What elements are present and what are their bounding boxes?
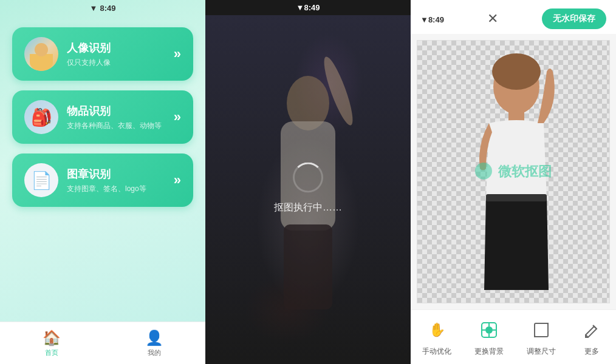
status-bar-result: ▼ 8:49 <box>420 12 444 27</box>
card-object-title: 物品识别 <box>67 104 165 118</box>
card-stamp-title: 图章识别 <box>67 167 165 181</box>
card-stamp[interactable]: 📄 图章识别 支持图章、签名、logo等 » <box>12 153 193 207</box>
wifi-icon-result: ▼ <box>420 15 428 24</box>
loading-spinner <box>293 163 323 193</box>
panel-home: ▼ 8:49 人像识别 仅只支持人像 » 🎒 物品识别 支持各种商品、衣服、动物… <box>0 0 205 364</box>
card-stamp-arrow: » <box>174 172 181 188</box>
tool-background[interactable]: 更换背景 <box>474 317 504 357</box>
card-portrait-arrow: » <box>174 46 181 62</box>
wifi-icon-processing: ▼ <box>296 3 304 12</box>
tool-more-label: 更多 <box>584 346 599 357</box>
save-watermark-button[interactable]: 无水印保存 <box>542 8 606 29</box>
result-image-area: 微软抠图 <box>411 34 616 309</box>
svg-rect-10 <box>535 323 548 337</box>
home-icon: 🏠 <box>43 329 61 346</box>
svg-rect-7 <box>486 194 547 201</box>
tool-more[interactable]: 更多 <box>579 317 604 357</box>
processing-text: 抠图执行中…… <box>274 201 342 214</box>
card-object-text: 物品识别 支持各种商品、衣服、动物等 <box>67 104 165 131</box>
person-cutout-svg <box>453 53 574 290</box>
tool-resize-label: 调整尺寸 <box>527 346 556 357</box>
time-home: 8:49 <box>100 4 115 13</box>
menu-cards: 人像识别 仅只支持人像 » 🎒 物品识别 支持各种商品、衣服、动物等 » 📄 图… <box>12 27 193 207</box>
card-object-subtitle: 支持各种商品、衣服、动物等 <box>67 121 165 131</box>
processing-image: 抠图执行中…… <box>205 15 411 361</box>
card-portrait-subtitle: 仅只支持人像 <box>67 58 165 68</box>
hand-icon: ✋ <box>424 317 450 343</box>
svg-point-9 <box>485 326 493 334</box>
card-object[interactable]: 🎒 物品识别 支持各种商品、衣服、动物等 » <box>12 90 193 144</box>
card-portrait-title: 人像识别 <box>67 41 165 55</box>
nav-home[interactable]: 🏠 首页 <box>43 329 61 357</box>
bottom-nav: 🏠 首页 👤 我的 <box>0 322 205 364</box>
thumb-object: 🎒 <box>24 100 58 134</box>
result-toolbar: ✋ 手动优化 更换背景 调整尺寸 <box>411 309 616 364</box>
card-object-arrow: » <box>174 109 181 125</box>
wifi-icon: ▼ <box>90 4 98 13</box>
result-person: 微软抠图 <box>450 50 577 293</box>
tool-resize[interactable]: 调整尺寸 <box>527 317 556 357</box>
panel-processing: ▼ 8:49 抠图执行中…… <box>205 0 411 364</box>
more-icon <box>579 317 604 343</box>
spinner-container: 抠图执行中…… <box>274 163 342 214</box>
nav-profile[interactable]: 👤 我的 <box>145 329 163 357</box>
svg-point-5 <box>492 53 541 90</box>
tool-manual[interactable]: ✋ 手动优化 <box>422 317 451 357</box>
thumb-portrait <box>24 37 58 71</box>
background-icon <box>476 317 502 343</box>
time-result: 8:49 <box>428 15 444 24</box>
status-bar-home: ▼ 8:49 <box>12 0 193 15</box>
profile-icon: 👤 <box>145 329 163 346</box>
tool-manual-label: 手动优化 <box>422 346 451 357</box>
card-stamp-text: 图章识别 支持图章、签名、logo等 <box>67 167 165 194</box>
card-portrait-text: 人像识别 仅只支持人像 <box>67 41 165 68</box>
card-stamp-subtitle: 支持图章、签名、logo等 <box>67 184 165 194</box>
status-bar-processing: ▼ 8:49 <box>205 0 411 15</box>
svg-rect-2 <box>284 224 332 309</box>
time-processing: 8:49 <box>304 3 320 12</box>
card-portrait[interactable]: 人像识别 仅只支持人像 » <box>12 27 193 81</box>
nav-profile-label: 我的 <box>148 348 161 357</box>
tool-background-label: 更换背景 <box>474 346 504 357</box>
nav-home-label: 首页 <box>45 348 58 357</box>
resize-icon <box>529 317 554 343</box>
panel-result: ▼ 8:49 ✕ 无水印保存 <box>411 0 616 364</box>
thumb-stamp: 📄 <box>24 163 58 197</box>
result-header: ▼ 8:49 ✕ 无水印保存 <box>411 0 616 34</box>
close-button[interactable]: ✕ <box>483 9 502 29</box>
